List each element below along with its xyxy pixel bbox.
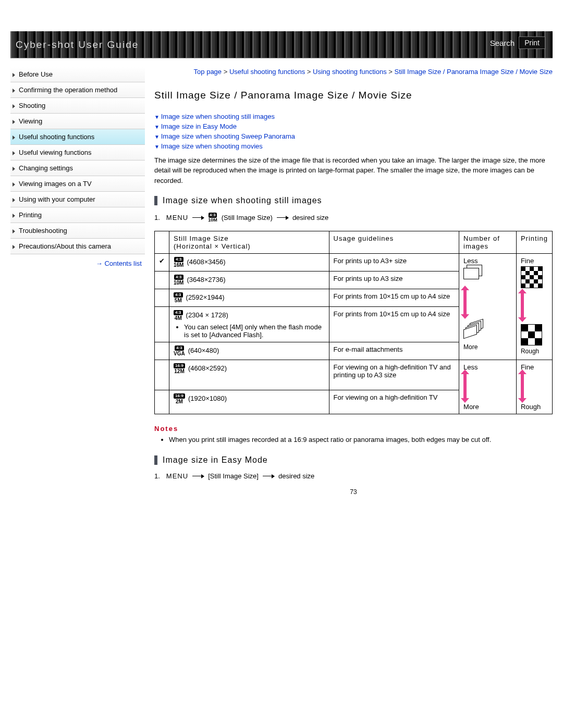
anchor-link[interactable]: Image size when shooting Sweep Panorama: [154, 131, 553, 141]
nav-item[interactable]: Using with your computer: [10, 192, 145, 207]
menu-label: MENU: [166, 214, 188, 221]
page-number: 73: [154, 488, 553, 496]
double-arrow-icon: [463, 374, 467, 398]
main-content: Top page > Useful shooting functions > U…: [154, 67, 553, 496]
page-title: Still Image Size / Panorama Image Size /…: [154, 90, 553, 101]
sidebar-nav: Before Use Confirming the operation meth…: [10, 67, 145, 254]
th: Number of images: [459, 231, 517, 254]
nav-item[interactable]: Printing: [10, 207, 145, 223]
size-badge-icon: 4:3 10M: [208, 213, 217, 223]
contents-list-link[interactable]: Contents list: [10, 260, 142, 267]
th: Still Image Size(Horizontal × Vertical): [169, 231, 329, 254]
nav-item[interactable]: Troubleshooting: [10, 223, 145, 239]
arrow-icon: [263, 476, 274, 476]
intro-paragraph: The image size determines the size of th…: [154, 155, 553, 186]
nav-item[interactable]: Viewing images on a TV: [10, 176, 145, 192]
nav-item[interactable]: Before Use: [10, 67, 145, 82]
procedure-step: 1. MENU 4:3 10M (Still Image Size) desir…: [154, 213, 553, 223]
header: Cyber-shot User Guide Search Print: [10, 31, 553, 58]
few-pages-icon: [463, 265, 486, 283]
site-title: Cyber-shot User Guide: [10, 39, 139, 50]
notes-label: Notes: [154, 425, 553, 433]
anchor-link[interactable]: Image size when shooting still images: [154, 112, 553, 121]
note-item: When you print still images recorded at …: [169, 435, 553, 445]
nav-item[interactable]: Precautions/About this camera: [10, 239, 145, 254]
crumb[interactable]: Top page: [194, 68, 222, 76]
nav-item[interactable]: Useful viewing functions: [10, 145, 145, 161]
breadcrumb: Top page > Useful shooting functions > U…: [154, 67, 553, 77]
header-actions: Search Print: [490, 36, 545, 49]
image-size-table: Still Image Size(Horizontal × Vertical) …: [154, 231, 553, 414]
arrow-icon: [277, 217, 288, 218]
rough-checker-icon: [521, 324, 542, 346]
arrow-icon: [192, 217, 204, 218]
crumb-current: Still Image Size / Panorama Image Size /…: [395, 68, 553, 76]
fine-checker-icon: [521, 266, 543, 288]
nav-item[interactable]: Confirming the operation method: [10, 82, 145, 98]
menu-label: MENU: [166, 472, 188, 480]
search-link[interactable]: Search: [490, 39, 515, 47]
print-button[interactable]: Print: [519, 36, 545, 49]
th: Printing: [516, 231, 552, 254]
procedure-step: 1. MENU [Still Image Size] desired size: [154, 472, 553, 480]
th: Usage guidelines: [329, 231, 459, 254]
notes-list: When you print still images recorded at …: [169, 435, 553, 445]
nav-item[interactable]: Shooting: [10, 98, 145, 114]
arrow-icon: [192, 476, 204, 476]
anchor-link[interactable]: Image size when shooting movies: [154, 141, 553, 151]
anchor-link[interactable]: Image size in Easy Mode: [154, 121, 553, 131]
crumb[interactable]: Useful shooting functions: [229, 68, 305, 76]
nav-item[interactable]: Changing settings: [10, 161, 145, 176]
table-header-row: Still Image Size(Horizontal × Vertical) …: [155, 231, 553, 254]
section-heading: Image size when shooting still images: [154, 196, 553, 205]
table-row: 16:912M(4608×2592) For viewing on a high…: [155, 360, 553, 390]
double-arrow-icon: [521, 374, 524, 398]
double-arrow-icon: [521, 293, 524, 317]
table-row: ✔ 4:316M(4608×3456) For prints up to A3+…: [155, 254, 553, 272]
sidebar: Before Use Confirming the operation meth…: [10, 67, 145, 496]
nav-item-active[interactable]: Useful shooting functions: [10, 129, 145, 145]
many-pages-icon: [463, 321, 487, 340]
check-icon: ✔: [155, 254, 169, 272]
anchor-links: Image size when shooting still images Im…: [154, 112, 553, 151]
double-arrow-icon: [463, 290, 467, 314]
section-heading: Image size in Easy Mode: [154, 455, 553, 465]
crumb[interactable]: Using shooting functions: [313, 68, 387, 76]
nav-item[interactable]: Viewing: [10, 114, 145, 129]
